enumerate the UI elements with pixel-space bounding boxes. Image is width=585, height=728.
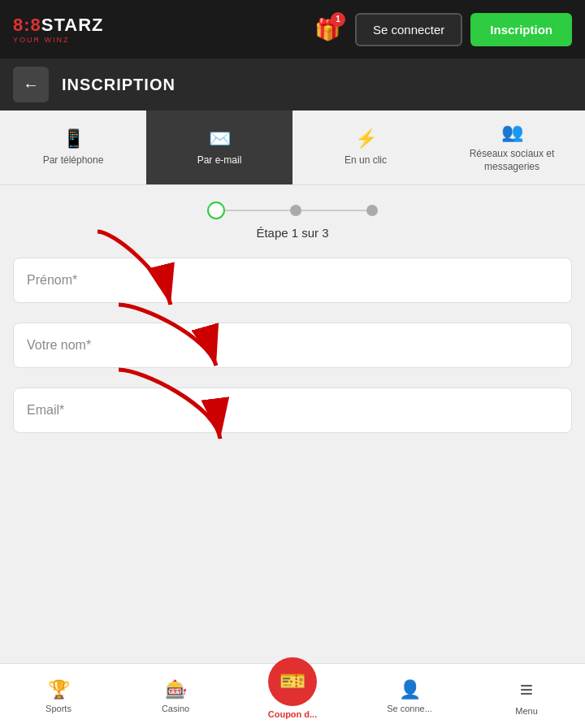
step-label: Étape 1 sur 3	[256, 226, 328, 240]
tab-email-label: Par e-mail	[197, 154, 242, 167]
logo-tagline: YOUR WINZ	[13, 36, 104, 44]
logo: 8:8STARZ YOUR WINZ	[13, 15, 104, 44]
arrow-3	[78, 362, 257, 451]
tab-oneclick[interactable]: ⚡ En un clic	[292, 110, 439, 184]
nav-casino[interactable]: 🎰 Casino	[117, 664, 234, 728]
header: 8:8STARZ YOUR WINZ 🎁 1 Se connecter Insc…	[0, 0, 585, 58]
email-icon: ✉️	[209, 128, 231, 150]
connect-button[interactable]: Se connecter	[355, 13, 462, 46]
inscription-title: INSCRIPTION	[62, 76, 176, 94]
registration-tabs: 📱 Par téléphone ✉️ Par e-mail ⚡ En un cl…	[0, 110, 585, 185]
tab-email[interactable]: ✉️ Par e-mail	[146, 110, 292, 184]
coupon-icon: 🎫	[280, 669, 306, 694]
step-dot-3	[366, 205, 378, 216]
nav-sports[interactable]: 🏆 Sports	[0, 664, 117, 728]
gift-badge: 1	[331, 12, 345, 27]
logo-white-text: STARZ	[41, 15, 104, 35]
tab-phone[interactable]: 📱 Par téléphone	[0, 110, 146, 184]
oneclick-icon: ⚡	[355, 128, 377, 150]
header-actions: 🎁 1 Se connecter Inscription	[308, 13, 572, 46]
nav-coupon-label: Coupon d...	[268, 709, 317, 719]
step-line-1	[225, 210, 290, 211]
logo-red-text: 8:8	[13, 15, 41, 35]
step-dot-1	[207, 202, 225, 219]
phone-icon: 📱	[63, 128, 84, 150]
nav-menu-label: Menu	[515, 706, 538, 716]
gift-button[interactable]: 🎁 1	[308, 14, 347, 46]
nav-menu[interactable]: ≡ Menu	[468, 664, 585, 728]
connect-icon: 👤	[399, 679, 421, 700]
menu-icon: ≡	[520, 677, 533, 703]
bottom-navigation: 🏆 Sports 🎰 Casino 🎫 Coupon d... 👤 Se con…	[0, 663, 585, 728]
tab-social-label: Réseaux sociaux et messageries	[444, 148, 580, 173]
nav-connect-label: Se conne...	[387, 704, 432, 713]
step-dots	[207, 202, 378, 219]
nav-sports-label: Sports	[46, 704, 72, 713]
social-icon: 👥	[501, 122, 523, 143]
inscription-button[interactable]: Inscription	[470, 13, 572, 46]
tab-phone-label: Par téléphone	[43, 154, 104, 167]
coupon-circle: 🎫	[268, 657, 317, 706]
step-dot-2	[290, 205, 301, 216]
inscription-bar: ← INSCRIPTION	[0, 58, 585, 110]
back-button[interactable]: ←	[13, 67, 49, 102]
tab-oneclick-label: En un clic	[344, 154, 387, 167]
step-line-2	[301, 210, 366, 211]
nav-casino-label: Casino	[162, 704, 189, 713]
casino-icon: 🎰	[165, 679, 187, 700]
tab-social[interactable]: 👥 Réseaux sociaux et messageries	[439, 110, 585, 184]
nav-connect[interactable]: 👤 Se conne...	[351, 664, 468, 728]
sports-icon: 🏆	[48, 679, 70, 700]
nav-coupon[interactable]: 🎫 Coupon d...	[234, 664, 351, 728]
